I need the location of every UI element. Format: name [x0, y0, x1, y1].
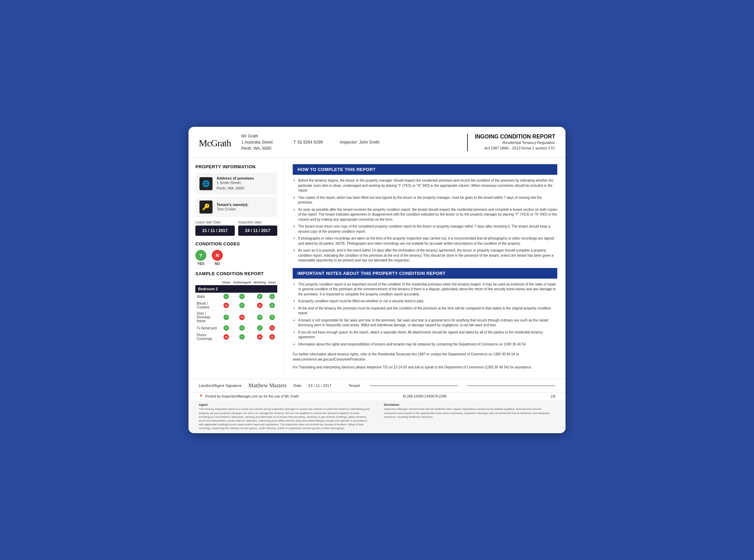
- report-sub2: Act 1987 (WA) - 2013 forma 1 section 27C: [475, 145, 555, 151]
- row-cell: Y: [232, 324, 252, 332]
- property-info-heading: PROPERTY INFORMATION: [195, 164, 277, 169]
- list-item: A tenant is not responsible for fair war…: [298, 318, 557, 328]
- pin-icon: 📍: [199, 394, 203, 398]
- row-cell: Y: [252, 293, 267, 301]
- row-item: Walls: [195, 293, 221, 301]
- condition-codes-section: CONDITION CODES Y YES N NO: [195, 241, 277, 266]
- address-label: Address of premises: [217, 176, 254, 180]
- important-notes-heading: IMPORTANT NOTES ABOUT THIS PROPERTY COND…: [293, 268, 557, 279]
- further-info: For further information about tenancy ri…: [293, 352, 557, 362]
- disclaimer-label: Disclaimer: [384, 403, 555, 406]
- page-container: McGrath Mc Grath 1 Australia Street Pert…: [188, 127, 566, 433]
- row-cell: Y: [221, 293, 232, 301]
- list-item: Before the tenancy begins, the lessor or…: [298, 178, 557, 193]
- condition-codes-heading: CONDITION CODES: [195, 241, 277, 246]
- col-undamaged-header: Undamaged: [232, 280, 252, 285]
- address-value: 1 Smith Street.Perth, WA, 6000: [217, 180, 254, 191]
- row-item: Floors Coverings: [195, 332, 221, 342]
- row-cell: N: [252, 301, 267, 311]
- row-cell: N: [221, 332, 232, 342]
- row-cell: Y: [232, 293, 252, 301]
- yes-badge: Y YES: [195, 250, 206, 266]
- agent-text: This tenancy inspection report is a visu…: [199, 407, 370, 430]
- col-clean-header: Clean: [221, 280, 232, 285]
- row-cell: Y: [267, 293, 277, 301]
- tenant-label: Tenant: [349, 384, 360, 388]
- lease-start-label: Lease start Date:: [195, 220, 235, 224]
- header: McGrath Mc Grath 1 Australia Street Pert…: [188, 127, 566, 158]
- row-item: Tv Aerial port: [195, 324, 221, 332]
- col-keys-header: Keys: [267, 280, 277, 285]
- key-icon: 🔑: [199, 200, 212, 214]
- list-item: A property condition report must be fill…: [298, 299, 557, 304]
- yes-circle: Y: [195, 250, 206, 261]
- printed-label: 📍 Printed by InspectionManager.com.au fo…: [199, 394, 299, 398]
- report-sub1: Residential Tenancy Regulation: [475, 140, 555, 146]
- inspection-date-label: Inspection date:: [238, 220, 278, 224]
- how-to-complete-list: Before the tenancy begins, the lessor or…: [293, 178, 557, 263]
- list-item: At the end of the tenancy the premises m…: [298, 306, 557, 316]
- no-label: NO: [215, 262, 220, 266]
- address-text: Address of premises 1 Smith Street.Perth…: [217, 176, 254, 191]
- row-cell: Y: [232, 301, 252, 311]
- row-item: Door / Doorway frame: [195, 311, 221, 324]
- tenant-text: Tenant's name(s): Tom Cruise: [217, 203, 248, 212]
- list-item: The tenant must return one copy of the c…: [298, 224, 557, 234]
- condition-table: Clean Undamaged Working Keys Bedroom 2 W…: [195, 280, 277, 342]
- row-cell: Y: [252, 311, 267, 324]
- list-item: Two copies of the report, which has been…: [298, 195, 557, 205]
- agent-col: Agent This tenancy inspection report is …: [199, 403, 370, 430]
- header-right: INGOING CONDITION REPORT Residential Ten…: [467, 134, 555, 151]
- lease-start-box: Lease start Date: 21 / 11 / 2017: [195, 220, 235, 236]
- left-panel: PROPERTY INFORMATION 🌐 Address of premis…: [188, 158, 284, 379]
- row-cell: N: [252, 332, 267, 342]
- date-row: Lease start Date: 21 / 11 / 2017 Inspect…: [195, 220, 277, 236]
- row-cell: Y: [232, 332, 252, 342]
- main-content: PROPERTY INFORMATION 🌐 Address of premis…: [188, 158, 566, 379]
- list-item: If you do not have enough space on the r…: [298, 330, 557, 340]
- sample-condition-section: SAMPLE CONDITION REPORT Clean Undamaged …: [195, 271, 277, 342]
- list-item: As soon as it is practicle, and in the e…: [298, 248, 557, 263]
- no-circle: N: [212, 250, 223, 261]
- doc-id: ID:268-14356-2345678-2345: [403, 394, 447, 398]
- important-notes-list: This property condition report is an imp…: [293, 282, 557, 347]
- list-item: As soon as possible after the tenant rec…: [298, 207, 557, 222]
- agent-label: Agent: [199, 403, 370, 406]
- list-item: Information about the rights and respons…: [298, 342, 557, 347]
- row-cell: N: [267, 324, 277, 332]
- disclaimer-text: Inspection Manager recommends that all l…: [384, 407, 555, 419]
- footer-printed: 📍 Printed by InspectionManager.com.au fo…: [188, 392, 566, 400]
- inspection-date-value: 24 / 11 / 2017: [238, 226, 278, 236]
- table-row: Floors CoveringsNYNN: [195, 332, 277, 342]
- col-working-header: Working: [252, 280, 267, 285]
- row-cell: N: [267, 332, 277, 342]
- globe-icon: 🌐: [199, 177, 212, 190]
- header-address: Mc Grath 1 Australia Street Perth, WA, 6…: [241, 133, 272, 151]
- tenant-sig-line: [369, 386, 458, 386]
- codes-row: Y YES N NO: [195, 250, 277, 266]
- company-logo: McGrath: [199, 135, 231, 149]
- row-cell: N: [221, 301, 232, 311]
- logo-text: McGrath: [199, 138, 231, 148]
- lease-start-value: 21 / 11 / 2017: [195, 226, 235, 236]
- bedroom-label: Bedroom 2: [195, 285, 277, 293]
- tenant-sig-line2: [467, 386, 555, 386]
- table-row: Blinds / CurtainsNYNY: [195, 301, 277, 311]
- yes-label: YES: [197, 262, 204, 266]
- row-cell: N: [232, 311, 252, 324]
- col-item: [195, 280, 221, 285]
- row-item: Blinds / Curtains: [195, 301, 221, 311]
- row-cell: Y: [221, 311, 232, 324]
- inspection-date-box: Inspection date: 24 / 11 / 2017: [238, 220, 278, 236]
- report-title: INGOING CONDITION REPORT: [475, 134, 555, 140]
- table-row: Tv Aerial portYYYN: [195, 324, 277, 332]
- row-cell: Y: [267, 311, 277, 324]
- footer-signature: Landlord/Agent Signature Matthew Masters…: [188, 379, 566, 392]
- bedroom-row: Bedroom 2: [195, 285, 277, 293]
- date-label: Date: [293, 384, 301, 388]
- row-cell: Y: [221, 324, 232, 332]
- table-row: WallsYYYY: [195, 293, 277, 301]
- list-item: This property condition report is an imp…: [298, 282, 557, 297]
- right-panel: HOW TO COMPLETE THIS REPORT Before the t…: [284, 158, 566, 379]
- table-row: Door / Doorway frameYNYY: [195, 311, 277, 324]
